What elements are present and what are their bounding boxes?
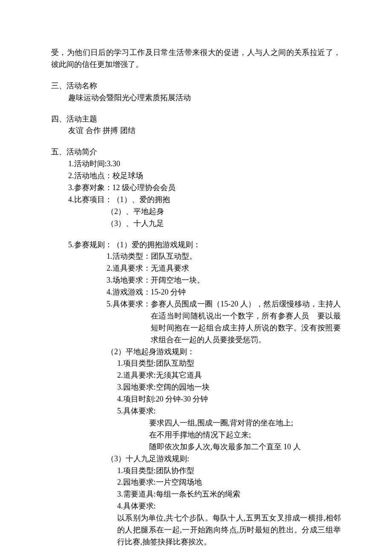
g2-body1: 要求四人一组,围成一圈,背对背的坐在地上; [51, 417, 341, 429]
s5-item2: 2.活动地点：校足球场 [51, 170, 341, 182]
document-page: 受，为他们日后的学习工作及日常生活带来很大的促进，人与人之间的关系拉近了，彼此间… [0, 0, 392, 555]
section-4-heading: 四、活动主题 [51, 113, 341, 125]
intro-paragraph: 受，为他们日后的学习工作及日常生活带来很大的促进，人与人之间的关系拉近了，彼此间… [51, 47, 341, 71]
spacer [51, 230, 341, 239]
g2-body2: 在不用手撑地的情况下起立来; [51, 429, 341, 441]
g2-line4: 4.项目时刻:20 分钟-30 分钟 [51, 393, 341, 405]
game3-rules: （3）十人九足游戏规则: 1.项目类型:团队协作型 2.园地要求:一片空阔场地 … [51, 453, 341, 548]
g2-head: （2）平地起身游戏规则： [51, 346, 341, 358]
g1-line4: 4.游戏游戏：15-20 分钟 [51, 286, 341, 298]
section-4-body: 友谊 合作 拼搏 团结 [51, 125, 341, 137]
section-5: 五、活动简介 1.活动时间:3.30 2.活动地点：校足球场 3.参赛对象：12… [51, 146, 341, 548]
game2-rules: （2）平地起身游戏规则： 1.项目类型:团队互助型 2.道具要求:无须其它道具 … [51, 346, 341, 453]
g1-line1: 1.活动类型：团队互动型。 [51, 251, 341, 263]
g3-head: （3）十人九足游戏规则: [51, 453, 341, 465]
g3-line3: 3.需要道具:每组一条长约五米的绳索 [51, 489, 341, 500]
s5-item5: 5.参赛规则：（1）爱的拥抱游戏规则： [51, 239, 341, 251]
g3-line1: 1.项目类型:团队协作型 [51, 465, 341, 477]
g1-line3: 3.场地要求：开阔空地一块。 [51, 275, 341, 286]
g1-line2: 2.道具要求：无道具要求 [51, 263, 341, 275]
section-3: 三、活动名称 趣味运动会暨阳光心理素质拓展活动 [51, 80, 341, 104]
section-4: 四、活动主题 友谊 合作 拼搏 团结 [51, 113, 341, 137]
g2-body3: 随即依次加多人次,每次最多加二个直至 10 人 [51, 441, 341, 453]
s5-item4b: （2）、平地起身 [51, 206, 341, 218]
g2-line2: 2.道具要求:无须其它道具 [51, 370, 341, 382]
g2-line1: 1.项目类型:团队互助型 [51, 358, 341, 370]
g1-line5: 5.具体要求： 参赛人员围成一圈（15-20 人），然后缓慢移动，主持人在适当时… [51, 298, 341, 346]
s5-item3: 3.参赛对象：12 级心理协会会员 [51, 182, 341, 194]
section-3-body: 趣味运动会暨阳光心理素质拓展活动 [51, 92, 341, 104]
g1-line5-body: 参赛人员围成一圈（15-20 人），然后缓慢移动，主持人在适当时间随机说出一个数… [151, 298, 341, 346]
g3-line4: 4.具体要求: [51, 500, 341, 512]
section-5-heading: 五、活动简介 [51, 146, 341, 158]
g2-line3: 3.园地要求:空阔的园地一块 [51, 382, 341, 393]
g1-line5-label: 5.具体要求： [107, 298, 151, 346]
g2-line5: 5.具体要求: [51, 405, 341, 417]
s5-item4: 4.比赛项目：（1）、爱的拥抱 [51, 194, 341, 206]
game1-rules: 1.活动类型：团队互动型。 2.道具要求：无道具要求 3.场地要求：开阔空地一块… [51, 251, 341, 346]
g3-body: 以系别为单位,共七个步队。每队十人,五男五女叉排成一横排,相邻的人把腿系在一起,… [51, 512, 341, 548]
s5-item4c: （3）、十人九足 [51, 218, 341, 230]
g3-line2: 2.园地要求:一片空阔场地 [51, 477, 341, 489]
section-3-heading: 三、活动名称 [51, 80, 341, 92]
s5-item1: 1.活动时间:3.30 [51, 158, 341, 170]
